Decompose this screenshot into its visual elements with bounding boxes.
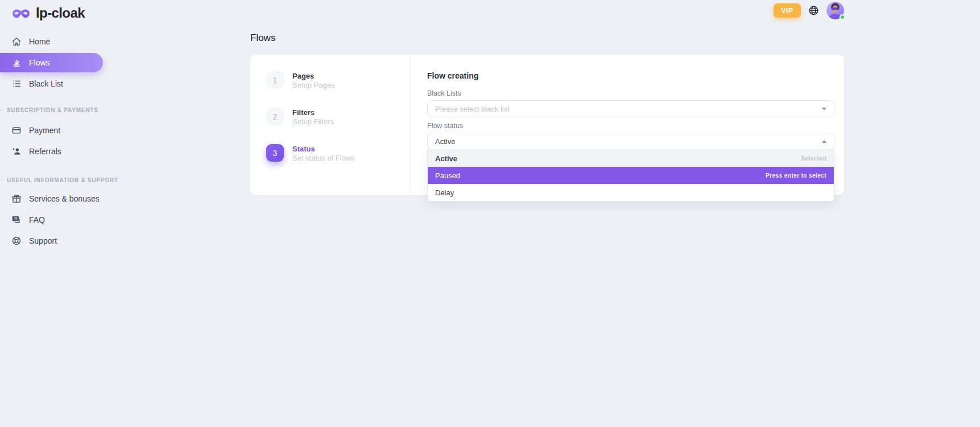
brand-name: lp-cloak (36, 5, 85, 21)
flow-status-select-wrap: Active Active Selected Paused Press ente… (427, 133, 834, 150)
sidebar-section-useful-info: USEFUL INFORMATION & SUPPORT (0, 174, 103, 186)
step-subtitle: Setup Filters (292, 117, 334, 126)
step-subtitle: Setup Pages (292, 81, 334, 90)
sidebar-item-label: Flows (29, 58, 50, 67)
black-lists-label: Black Lists (427, 89, 834, 98)
option-label: Paused (435, 171, 460, 180)
svg-text:?!: ?! (14, 216, 17, 220)
chevron-up-icon (822, 140, 826, 143)
support-lifebuoy-icon (11, 236, 22, 246)
black-lists-select[interactable] (427, 100, 834, 117)
divider-dash (0, 110, 3, 110)
section-title: USEFUL INFORMATION & SUPPORT (7, 177, 118, 183)
sidebar-item-label: Home (29, 37, 50, 46)
flow-status-dropdown: Active Selected Paused Press enter to se… (427, 149, 834, 202)
flows-stack-icon (11, 58, 22, 68)
option-paused[interactable]: Paused Press enter to select (428, 167, 834, 184)
option-hint: Selected (801, 155, 826, 162)
step-filters[interactable]: 2 Filters Setup Filters (266, 108, 410, 126)
sidebar-item-payment[interactable]: Payment (0, 121, 103, 140)
payment-card-icon (11, 125, 22, 136)
sidebar-item-faq[interactable]: ?! FAQ (0, 210, 103, 229)
gift-icon (11, 194, 22, 204)
referrals-person-icon (11, 146, 22, 157)
sidebar-item-label: FAQ (29, 215, 45, 224)
topbar-actions: VIP (774, 1, 844, 20)
section-title: SUBSCRIPTION & PAYMENTS (7, 107, 98, 113)
step-subtitle: Set status of Flows (292, 154, 355, 163)
flow-form: Flow creating Black Lists Flow status Ac… (410, 55, 844, 195)
black-lists-input[interactable] (435, 105, 822, 113)
sidebar-item-black-list[interactable]: Black List (0, 74, 103, 93)
sidebar-item-services-bonuses[interactable]: Services & bonuses (0, 189, 103, 208)
option-hint: Press enter to select (766, 172, 826, 179)
brand-logo[interactable]: lp-cloak (11, 5, 85, 21)
step-title: Pages (292, 71, 334, 81)
step-number-badge: 1 (266, 71, 284, 89)
step-pages[interactable]: 1 Pages Setup Pages (266, 71, 410, 90)
vip-button[interactable]: VIP (774, 3, 801, 18)
flow-status-select[interactable]: Active (427, 133, 834, 150)
steps-panel: 1 Pages Setup Pages 2 Filters Setup Filt… (250, 55, 410, 195)
option-label: Delay (435, 188, 454, 197)
option-active[interactable]: Active Selected (428, 150, 834, 167)
sidebar-section-subscription: SUBSCRIPTION & PAYMENTS (0, 104, 103, 116)
step-number-badge: 2 (266, 108, 284, 125)
sidebar-item-label: Referrals (29, 147, 61, 156)
step-number-badge: 3 (266, 144, 284, 162)
faq-bubble-icon: ?! (11, 215, 22, 225)
page-title: Flows (250, 32, 275, 44)
sidebar-item-label: Services & bonuses (29, 194, 100, 203)
divider-dash (0, 180, 3, 180)
black-list-icon (11, 79, 22, 89)
avatar[interactable] (826, 2, 844, 19)
online-status-dot (840, 14, 845, 20)
mask-icon (11, 7, 31, 19)
flow-status-label: Flow status (427, 122, 834, 130)
home-icon (11, 36, 22, 47)
step-status[interactable]: 3 Status Set status of Flows (266, 144, 410, 163)
flow-creating-card: 1 Pages Setup Pages 2 Filters Setup Filt… (250, 55, 844, 195)
chevron-down-icon (822, 108, 826, 110)
option-label: Active (435, 154, 457, 163)
sidebar-item-label: Support (29, 236, 57, 245)
sidebar-item-support[interactable]: Support (0, 231, 103, 251)
sidebar-item-label: Payment (29, 126, 60, 135)
sidebar-item-flows[interactable]: Flows (0, 53, 103, 72)
form-title: Flow creating (427, 71, 834, 80)
sidebar-nav: Home Flows Black List S (0, 32, 103, 252)
globe-icon[interactable] (808, 5, 819, 16)
sidebar-item-referrals[interactable]: Referrals (0, 142, 103, 161)
step-title: Status (292, 144, 355, 154)
sidebar-item-home[interactable]: Home (0, 32, 103, 51)
option-delay[interactable]: Delay (428, 184, 834, 201)
flow-status-value: Active (435, 137, 822, 146)
step-title: Filters (292, 108, 334, 117)
sidebar-item-label: Black List (29, 79, 63, 88)
